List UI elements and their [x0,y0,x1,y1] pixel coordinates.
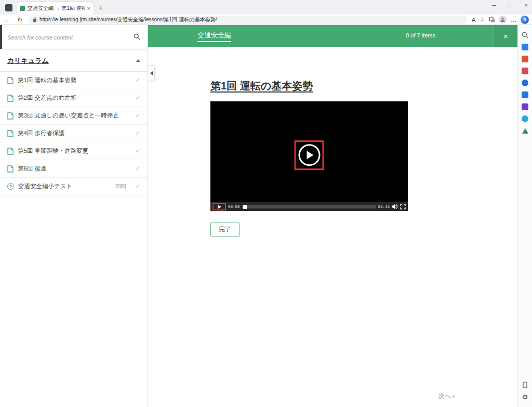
play-icon [307,151,313,159]
curriculum-sidebar: カリキュラム 第1回 運転の基本姿勢 ✓ 第2回 交差点の右左折 ✓ 第3回 見… [0,25,148,407]
document-icon [7,77,14,84]
course-search-input[interactable] [7,34,134,41]
volume-icon[interactable] [392,204,398,209]
course-search [0,25,148,50]
phone-link-icon[interactable] [519,379,531,391]
seek-bar[interactable] [242,205,376,208]
tab-strip: 交通安全編 → 第1回 運転の基本姿勢 × + ─ □ × [0,0,532,15]
microsoft-365-icon[interactable] [519,77,531,89]
current-time: 00:00 [228,204,240,209]
shopping-icon[interactable] [519,41,531,53]
completed-check-icon: ✓ [136,112,140,119]
completed-check-icon: ✓ [136,165,140,172]
quiz-item[interactable]: ? 交通安全編小テスト 20問 ✓ [0,178,148,195]
video-player[interactable]: 00:00 03:46 [210,101,408,211]
lesson-item-label: 第5回 車間距離・進路変更 [18,147,88,155]
refresh-button[interactable]: ↻ [16,16,24,23]
duration: 03:46 [378,204,390,209]
search-icon[interactable] [519,29,531,41]
lesson-item-4[interactable]: 第4回 歩行者保護 ✓ [0,125,148,142]
completed-check-icon: ✓ [136,95,140,101]
url-text: https://e-learning-jtm.site/courses/交通安全… [39,16,217,23]
outlook-icon[interactable] [519,89,531,101]
favorites-star-icon[interactable]: ☆ [480,16,485,23]
big-play-button[interactable] [298,144,320,166]
completed-check-icon: ✓ [136,130,140,137]
lesson-footer: 次へ › [210,385,455,401]
window-controls: ─ □ × [492,2,528,8]
lock-icon [33,17,37,22]
sidebar-collapse-button[interactable] [148,65,155,81]
document-icon [7,95,14,102]
lesson-title: 第1回 運転の基本姿勢 [210,79,455,93]
course-close-button[interactable]: × [494,25,517,47]
search-icon[interactable] [134,33,140,42]
fullscreen-icon[interactable] [400,204,406,209]
address-bar[interactable]: https://e-learning-jtm.site/courses/交通安全… [28,16,468,24]
complete-button[interactable]: 完了 [210,222,240,237]
tab-actions-icon[interactable] [5,4,12,11]
browser-toolbar: ← ↻ https://e-learning-jtm.site/courses/… [0,15,532,25]
document-icon [7,112,14,120]
back-button[interactable]: ← [3,16,11,23]
lesson-item-2[interactable]: 第2回 交差点の右左折 ✓ [0,89,148,107]
curriculum-section-header[interactable]: カリキュラム [0,50,148,72]
profile-avatar[interactable] [499,16,507,23]
completed-check-icon: ✓ [136,183,140,190]
quiz-question-count: 20問 [115,183,126,190]
lesson-item-label: 第2回 交差点の右左折 [18,94,76,102]
lesson-item-label: 第4回 歩行者保護 [18,129,64,137]
play-icon [218,205,221,209]
window-maximize-button[interactable]: □ [509,2,512,8]
sidebar-scrollbar[interactable] [0,25,2,49]
lesson-item-3[interactable]: 第3回 見通しの悪い交差点と一時停止 ✓ [0,107,148,125]
lesson-main: 交通安全編 0 of 7 items × 第1回 運転の基本姿勢 [148,25,517,407]
document-icon [7,130,14,137]
video-controls: 00:00 03:46 [210,202,408,211]
store-icon[interactable] [519,113,531,125]
completed-check-icon: ✓ [136,77,140,84]
menu-ellipsis-icon[interactable]: … [511,17,516,23]
browser-essentials-icon[interactable] [519,53,531,65]
lesson-item-5[interactable]: 第5回 車間距離・進路変更 ✓ [0,142,148,160]
lesson-content: 第1回 運転の基本姿勢 00:00 [210,79,455,237]
read-aloud-icon[interactable]: A [472,17,475,23]
quiz-question-icon: ? [7,183,14,190]
msn-tree-icon[interactable] [519,125,531,137]
lesson-item-label: 第3回 見通しの悪い交差点と一時停止 [18,112,119,120]
window-close-button[interactable]: × [525,2,528,8]
next-link[interactable]: 次へ › [438,392,455,400]
document-icon [7,165,14,173]
completed-check-icon: ✓ [136,148,140,154]
chevron-left-icon [150,71,153,75]
play-button-annotation [295,140,324,170]
edge-sidebar: ⚙ [517,25,532,407]
collections-icon[interactable] [489,17,495,22]
lesson-item-label: 第6回 後退 [18,165,47,173]
course-header-bar: 交通安全編 0 of 7 items × [148,25,517,47]
control-play-annotation[interactable] [212,203,226,211]
course-title[interactable]: 交通安全編 [197,31,231,42]
quiz-item-label: 交通安全編小テスト [18,182,72,190]
progress-count: 0 of 7 items [406,32,435,38]
seek-handle[interactable] [243,205,247,209]
copilot-icon[interactable]: b [521,16,529,24]
games-icon[interactable] [519,65,531,77]
curriculum-list: 第1回 運転の基本姿勢 ✓ 第2回 交差点の右左折 ✓ 第3回 見通しの悪い交差… [0,72,148,195]
chevron-up-icon [136,59,140,62]
document-icon [7,148,14,155]
browser-window: 交通安全編 → 第1回 運転の基本姿勢 × + ─ □ × ← ↻ https:… [0,0,532,407]
window-minimize-button[interactable]: ─ [492,2,496,8]
tab-title: 交通安全編 → 第1回 運転の基本姿勢 [28,5,85,12]
site-favicon-icon [20,6,25,11]
onenote-icon[interactable] [519,101,531,113]
lesson-item-1[interactable]: 第1回 運転の基本姿勢 ✓ [0,72,148,89]
tab-close-icon[interactable]: × [87,5,90,11]
lesson-item-6[interactable]: 第6回 後退 ✓ [0,160,148,178]
curriculum-title: カリキュラム [7,56,49,65]
new-tab-button[interactable]: + [99,4,103,12]
browser-tab[interactable]: 交通安全編 → 第1回 運転の基本姿勢 × [17,2,94,15]
page-body: カリキュラム 第1回 運転の基本姿勢 ✓ 第2回 交差点の右左折 ✓ 第3回 見… [0,25,532,407]
lesson-item-label: 第1回 運転の基本姿勢 [18,76,76,84]
settings-gear-icon[interactable]: ⚙ [519,391,531,403]
